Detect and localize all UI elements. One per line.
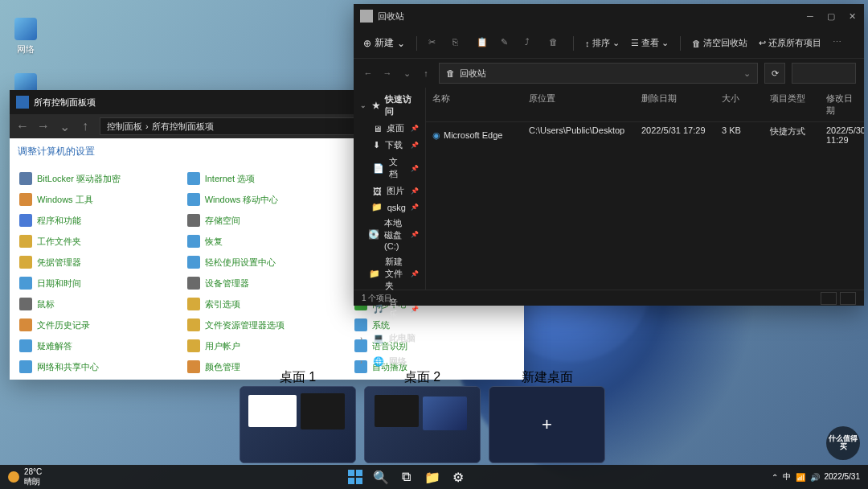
empty-recycle-button[interactable]: 🗑 清空回收站 (692, 37, 747, 49)
virtual-desktops-panel: 桌面 1 桌面 2 新建桌面 + (240, 369, 605, 463)
details-view-button[interactable] (840, 292, 856, 305)
control-panel-taskbar-icon[interactable]: ⚙ (448, 467, 468, 487)
clock-date[interactable]: 2022/5/31 (825, 472, 861, 482)
search-input[interactable] (792, 63, 856, 84)
cp-item[interactable]: 程序和功能 (18, 212, 181, 229)
cp-item[interactable]: 索引选项 (186, 295, 349, 313)
weather-widget[interactable]: 28°C 晴朗 (8, 467, 42, 487)
nav-item[interactable]: 🖼图片📌 (354, 183, 425, 199)
nav-item[interactable]: ⌄★快速访问 (354, 91, 425, 120)
delete-icon[interactable]: 🗑 (549, 37, 562, 50)
ex-titlebar[interactable]: 回收站 ─ ▢ ✕ (354, 4, 864, 28)
cp-item[interactable]: 疑难解答 (18, 337, 181, 355)
recent-button[interactable]: ⌄ (58, 119, 71, 134)
cp-item[interactable]: 文件历史记录 (18, 316, 181, 334)
cp-item-icon (19, 235, 32, 248)
recent-button[interactable]: ⌄ (400, 68, 413, 79)
cp-item[interactable]: 设备管理器 (186, 274, 349, 292)
cp-item[interactable]: 用户帐户 (186, 337, 349, 355)
cp-item[interactable]: 工作文件夹 (18, 232, 181, 250)
nav-item[interactable]: ⬇下载📌 (354, 137, 425, 154)
cut-icon[interactable]: ✂ (428, 37, 441, 50)
search-button[interactable]: 🔍 (371, 467, 391, 487)
rename-icon[interactable]: ✎ (501, 37, 514, 50)
cp-item-icon (19, 318, 32, 331)
cp-item-icon (187, 277, 200, 290)
sort-button[interactable]: ↕ 排序 ⌄ (585, 37, 620, 49)
cp-item[interactable]: BitLocker 驱动器加密 (18, 170, 181, 187)
nav-item[interactable]: ›💻此电脑 (354, 330, 425, 347)
nav-item[interactable]: ›🌐网络 (354, 353, 425, 370)
view-button[interactable]: ☰ 查看 ⌄ (631, 37, 669, 49)
paste-icon[interactable]: 📋 (477, 37, 489, 50)
recycle-bin-icon (360, 10, 373, 23)
cp-item[interactable]: 凭据管理器 (18, 253, 181, 271)
forward-button[interactable]: → (381, 68, 394, 78)
nav-item[interactable]: 🖥桌面📌 (354, 120, 425, 137)
control-panel-icon (16, 96, 29, 109)
cp-item-icon (187, 360, 200, 373)
start-button[interactable] (346, 467, 365, 487)
column-headers[interactable]: 名称 原位置 删除日期 大小 项目类型 修改日期 (426, 88, 864, 122)
nav-item[interactable]: 📄文档📌 (354, 154, 425, 183)
cp-item[interactable]: Windows 工具 (18, 191, 181, 208)
desktop-icon-globe[interactable]: 网络 (12, 16, 39, 55)
net-icon: 🌐 (373, 356, 384, 367)
cp-item[interactable]: 日期和时间 (18, 274, 181, 292)
close-button[interactable]: ✕ (846, 10, 858, 22)
copy-icon[interactable]: ⎘ (452, 37, 465, 50)
tray-chevron-icon[interactable]: ⌃ (772, 473, 778, 482)
share-icon[interactable]: ⤴ (525, 37, 538, 50)
refresh-button[interactable]: ⟳ (764, 63, 785, 84)
ex-nav-pane: ⌄★快速访问🖥桌面📌⬇下载📌📄文档📌🖼图片📌📁qskg📌💽本地磁盘 (C:)📌📁… (354, 88, 426, 290)
back-button[interactable]: ← (16, 119, 29, 134)
explorer-taskbar-icon[interactable]: 📁 (423, 467, 442, 487)
cp-item[interactable]: 恢复 (186, 232, 349, 250)
vd1-label: 桌面 1 (280, 369, 316, 386)
new-desktop-button[interactable]: + (489, 386, 605, 463)
nav-item[interactable]: 📁qskg📌 (354, 199, 425, 215)
cp-item[interactable]: 鼠标 (18, 295, 181, 313)
recycle-bin-icon: 🗑 (446, 68, 455, 78)
more-icon[interactable]: ⋯ (833, 37, 845, 50)
cp-item-icon (187, 298, 200, 310)
globe-icon (13, 16, 39, 42)
vd-new-label: 新建桌面 (522, 369, 573, 386)
address-path[interactable]: 🗑 回收站 ⌄ (439, 63, 758, 84)
virtual-desktop-2[interactable] (364, 386, 481, 463)
up-button[interactable]: ↑ (79, 119, 92, 134)
cp-item[interactable]: 存储空间 (186, 212, 349, 229)
chevron-down-icon[interactable]: ⌄ (743, 68, 751, 79)
cp-item[interactable]: 轻松使用设置中心 (186, 253, 349, 271)
chevron-icon: › (360, 335, 368, 343)
pin-icon: 📌 (411, 142, 419, 149)
pin-icon: 📌 (411, 203, 419, 211)
cp-item-icon (187, 318, 200, 331)
cp-item[interactable]: Internet 选项 (186, 170, 349, 187)
maximize-button[interactable]: ▢ (825, 10, 837, 22)
virtual-desktop-1[interactable] (240, 386, 356, 463)
restore-all-button[interactable]: ↩ 还原所有项目 (759, 37, 821, 49)
cp-item[interactable]: 网络和共享中心 (18, 358, 181, 376)
nav-item[interactable]: 💽本地磁盘 (C:)📌 (354, 215, 425, 253)
pin-icon: 📌 (411, 125, 419, 132)
star-icon: ★ (372, 101, 380, 111)
cp-item[interactable]: 文件资源管理器选项 (186, 316, 349, 334)
file-row[interactable]: ◉Microsoft Edge C:\Users\Public\Desktop … (426, 122, 864, 148)
input-method-icon[interactable]: 中 (783, 471, 791, 483)
up-button[interactable]: ↑ (420, 68, 432, 78)
nav-item[interactable]: 📁新建文件夹📌 (354, 253, 425, 294)
minimize-button[interactable]: ─ (805, 10, 816, 22)
network-icon[interactable]: 📶 (796, 473, 805, 482)
cp-item-icon (19, 360, 32, 373)
task-view-button[interactable]: ⧉ (397, 467, 416, 487)
cp-item-icon (187, 256, 200, 269)
new-button[interactable]: ⊕ 新建 ⌄ (363, 36, 405, 50)
back-button[interactable]: ← (362, 68, 375, 78)
ex-title-text: 回收站 (378, 10, 805, 23)
list-view-button[interactable] (821, 292, 837, 305)
forward-button[interactable]: → (37, 119, 50, 134)
cp-item[interactable]: Windows 移动中心 (186, 191, 349, 208)
ex-file-list: 名称 原位置 删除日期 大小 项目类型 修改日期 ◉Microsoft Edge… (426, 88, 864, 290)
volume-icon[interactable]: 🔊 (810, 473, 820, 482)
